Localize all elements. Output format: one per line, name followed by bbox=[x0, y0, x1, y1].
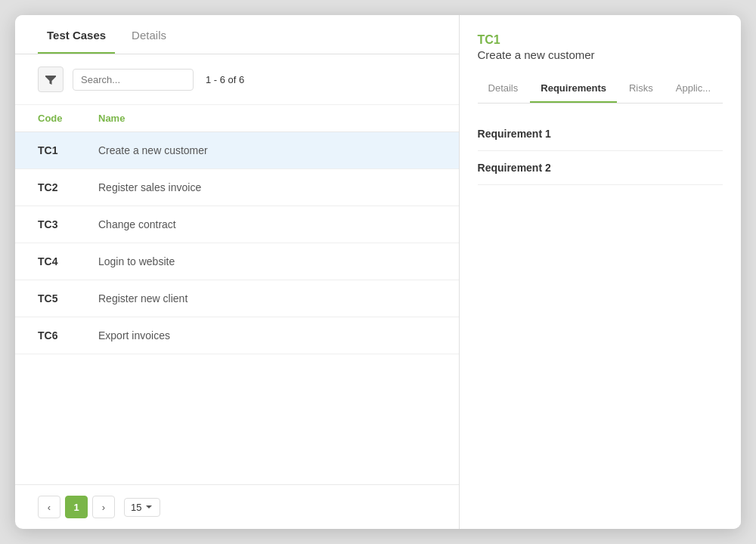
table-body: TC1 Create a new customer TC2 Register s… bbox=[15, 132, 459, 484]
row-name: Login to website bbox=[98, 255, 436, 267]
row-code: TC3 bbox=[38, 218, 98, 230]
detail-tab-requirements[interactable]: Requirements bbox=[530, 75, 617, 103]
row-name: Change contract bbox=[98, 218, 436, 230]
current-page-button[interactable]: 1 bbox=[65, 496, 88, 518]
search-input[interactable] bbox=[73, 69, 194, 91]
toolbar: 1 - 6 of 6 bbox=[15, 54, 459, 105]
row-code: TC6 bbox=[38, 329, 98, 342]
column-header-name: Name bbox=[98, 113, 436, 124]
pagination: ‹ 1 › 15 bbox=[15, 484, 459, 529]
result-count: 1 - 6 of 6 bbox=[206, 74, 244, 85]
table-row[interactable]: TC5 Register new client bbox=[15, 280, 459, 317]
row-code: TC2 bbox=[38, 181, 98, 193]
chevron-down-icon bbox=[144, 502, 153, 512]
detail-tab-bar: Details Requirements Risks Applic... bbox=[478, 75, 723, 104]
table-row[interactable]: TC1 Create a new customer bbox=[15, 132, 459, 169]
table-row[interactable]: TC6 Export invoices bbox=[15, 317, 459, 354]
table-row[interactable]: TC4 Login to website bbox=[15, 243, 459, 280]
row-name: Export invoices bbox=[98, 329, 436, 342]
tab-details[interactable]: Details bbox=[122, 15, 175, 54]
table-row[interactable]: TC3 Change contract bbox=[15, 206, 459, 243]
row-code: TC4 bbox=[38, 255, 98, 267]
detail-name: Create a new customer bbox=[478, 48, 723, 61]
row-code: TC5 bbox=[38, 292, 98, 304]
requirements-list: Requirement 1 Requirement 2 bbox=[478, 117, 723, 185]
column-header-code: Code bbox=[38, 113, 98, 124]
table-row[interactable]: TC2 Register sales invoice bbox=[15, 169, 459, 206]
next-page-button[interactable]: › bbox=[92, 496, 115, 518]
detail-tab-details[interactable]: Details bbox=[478, 75, 529, 103]
right-panel: TC1 Create a new customer Details Requir… bbox=[460, 15, 741, 529]
page-size-selector[interactable]: 15 bbox=[124, 498, 160, 517]
row-name: Create a new customer bbox=[98, 144, 436, 156]
filter-icon bbox=[45, 73, 57, 85]
requirement-item[interactable]: Requirement 2 bbox=[478, 151, 723, 185]
row-name: Register sales invoice bbox=[98, 181, 436, 193]
left-panel: Test Cases Details 1 - 6 of 6 Code Name bbox=[15, 15, 460, 529]
row-code: TC1 bbox=[38, 144, 98, 156]
row-name: Register new client bbox=[98, 292, 436, 304]
tab-bar: Test Cases Details bbox=[15, 15, 459, 54]
filter-button[interactable] bbox=[38, 66, 64, 92]
detail-tab-risks[interactable]: Risks bbox=[618, 75, 664, 103]
detail-code: TC1 bbox=[478, 33, 723, 47]
prev-page-button[interactable]: ‹ bbox=[38, 496, 60, 518]
tab-test-cases[interactable]: Test Cases bbox=[38, 15, 115, 54]
table-header: Code Name bbox=[15, 105, 459, 132]
detail-tab-applic[interactable]: Applic... bbox=[665, 75, 721, 103]
main-window: Test Cases Details 1 - 6 of 6 Code Name bbox=[15, 15, 741, 529]
requirement-item[interactable]: Requirement 1 bbox=[478, 117, 723, 151]
